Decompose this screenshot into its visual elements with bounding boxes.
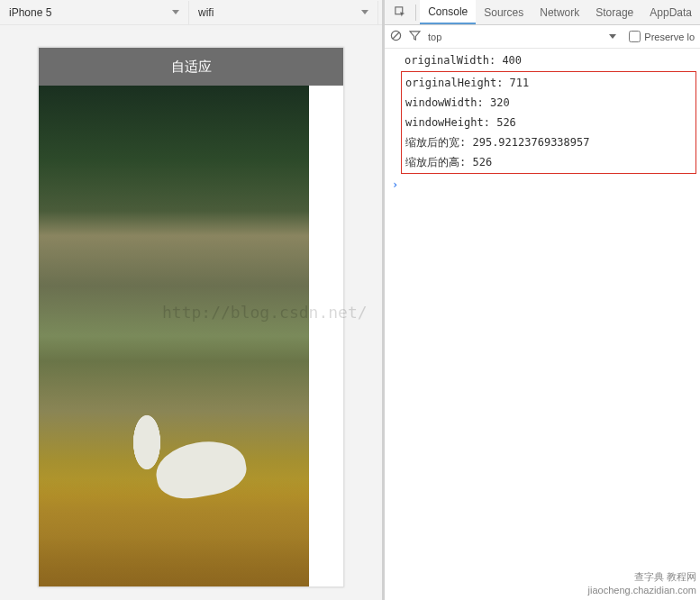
console-log-line: windowWidth: 320 — [402, 93, 695, 113]
device-select[interactable]: iPhone 5 — [0, 1, 189, 24]
app-content[interactable] — [39, 86, 343, 586]
image-subject — [147, 424, 255, 514]
separator — [415, 5, 416, 21]
preserve-log-label: Preserve lo — [644, 32, 695, 42]
tab-network[interactable]: Network — [532, 0, 587, 24]
context-select[interactable]: top — [428, 32, 441, 42]
console-log-line: 缩放后的高: 526 — [402, 152, 695, 172]
app-header-title: 自适应 — [171, 59, 212, 76]
svg-line-2 — [393, 32, 399, 39]
tab-console[interactable]: Console — [420, 0, 476, 24]
devtools-tabbar: Console Sources Network Storage AppData — [385, 0, 700, 25]
filter-button[interactable] — [409, 30, 421, 43]
tab-appdata[interactable]: AppData — [641, 0, 700, 24]
clear-icon — [390, 30, 402, 41]
console-log-line: originalHeight: 711 — [402, 73, 695, 93]
chevron-down-icon — [172, 10, 179, 14]
device-toolbar: iPhone 5 wifi — [0, 0, 382, 25]
scaled-image — [39, 86, 309, 586]
network-select[interactable]: wifi — [189, 1, 378, 24]
preserve-log-checkbox[interactable] — [629, 31, 641, 42]
console-output[interactable]: originalWidth: 400 originalHeight: 711 w… — [385, 49, 700, 196]
phone-frame: 自适应 — [38, 47, 344, 587]
inspect-element-button[interactable] — [390, 6, 412, 19]
tab-storage[interactable]: Storage — [587, 0, 641, 24]
console-log-line: 缩放后的宽: 295.92123769338957 — [402, 132, 695, 152]
console-prompt[interactable]: › — [385, 175, 700, 195]
chevron-down-icon — [361, 10, 368, 14]
inspect-icon — [395, 6, 407, 19]
devtools-panel: Console Sources Network Storage AppData … — [385, 0, 700, 600]
simulator-viewport: 自适应 — [0, 25, 382, 600]
chevron-down-icon[interactable] — [609, 34, 616, 39]
console-log-line: windowHeight: 526 — [402, 113, 695, 132]
prompt-caret-icon: › — [392, 178, 398, 191]
console-log-line: originalWidth: 400 — [385, 50, 700, 70]
console-filterbar: top Preserve lo — [385, 25, 700, 49]
device-select-label: iPhone 5 — [9, 6, 51, 19]
context-label: top — [428, 32, 441, 42]
clear-console-button[interactable] — [390, 30, 402, 43]
console-highlight-region: originalHeight: 711 windowWidth: 320 win… — [401, 71, 696, 174]
funnel-icon — [409, 30, 421, 41]
corner-watermark: 查字典 教程网 jiaocheng.chazidian.com — [588, 570, 696, 596]
network-select-label: wifi — [198, 6, 214, 19]
app-header: 自适应 — [39, 48, 343, 86]
preserve-log-toggle[interactable]: Preserve lo — [629, 31, 695, 42]
tab-sources[interactable]: Sources — [476, 0, 532, 24]
